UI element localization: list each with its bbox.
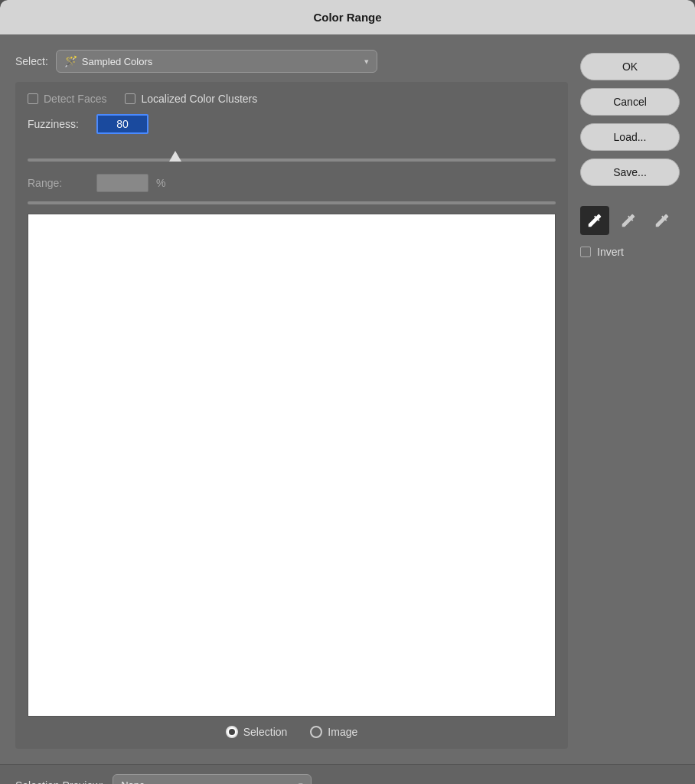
selection-preview-dropdown[interactable]: None ▾ (113, 774, 312, 784)
localized-color-clusters-checkbox[interactable] (125, 93, 135, 104)
load-button[interactable]: Load... (580, 123, 680, 151)
range-slider-track[interactable] (28, 201, 556, 204)
range-label: Range: (28, 177, 89, 189)
eyedropper-tools: + − (580, 206, 680, 235)
eyedropper-small-icon: 🪄 (64, 55, 77, 67)
preview-chevron-down-icon: ▾ (299, 780, 303, 784)
percent-symbol: % (156, 177, 165, 189)
preview-area (28, 214, 556, 717)
chevron-down-icon: ▾ (364, 57, 369, 67)
selection-preview-label: Selection Preview: (15, 779, 103, 784)
detect-faces-item: Detect Faces (28, 93, 106, 105)
svg-text:−: − (664, 214, 667, 220)
dialog-title: Color Range (15, 11, 680, 24)
fuzziness-row: Fuzziness: (28, 114, 556, 134)
range-input[interactable] (96, 174, 148, 192)
ok-button[interactable]: OK (580, 53, 680, 80)
fuzziness-slider-track[interactable] (28, 158, 556, 162)
eyedropper-subtract-icon: − (654, 212, 671, 229)
color-range-dialog: Color Range Select: 🪄 Sampled Colors ▾ (0, 0, 695, 784)
cancel-button[interactable]: Cancel (580, 88, 680, 116)
fuzziness-input[interactable] (96, 114, 148, 134)
detect-faces-label: Detect Faces (44, 93, 106, 105)
selection-radio-inner (229, 729, 235, 735)
select-row: Select: 🪄 Sampled Colors ▾ (15, 50, 568, 73)
selection-radio-label: Selection (243, 726, 288, 738)
invert-label: Invert (597, 246, 624, 258)
save-button[interactable]: Save... (580, 158, 680, 186)
selection-radio-item[interactable]: Selection (226, 726, 288, 738)
selection-preview-value: None (121, 779, 145, 784)
invert-checkbox[interactable] (580, 247, 591, 257)
localized-color-clusters-label: Localized Color Clusters (141, 93, 257, 105)
selection-radio[interactable] (226, 726, 238, 738)
fuzziness-slider-container (28, 143, 556, 165)
radio-row: Selection Image (28, 726, 556, 738)
fuzziness-slider-thumb[interactable] (169, 151, 181, 162)
fuzziness-label: Fuzziness: (28, 118, 89, 130)
localized-color-clusters-item: Localized Color Clusters (125, 93, 257, 105)
title-bar: Color Range (0, 0, 695, 34)
select-dropdown-inner: 🪄 Sampled Colors (64, 55, 153, 67)
range-row: Range: % (28, 174, 556, 192)
bottom-bar: Selection Preview: None ▾ (0, 764, 695, 784)
image-radio-item[interactable]: Image (310, 726, 357, 738)
invert-row: Invert (580, 246, 680, 258)
right-panel: OK Cancel Load... Save... + (580, 50, 680, 749)
svg-text:+: + (630, 214, 633, 220)
eyedropper-sample-button[interactable] (580, 206, 609, 235)
detect-faces-checkbox[interactable] (28, 93, 38, 104)
eyedropper-sample-icon (586, 212, 603, 229)
dialog-body: Select: 🪄 Sampled Colors ▾ Detect Faces (0, 34, 695, 764)
checkboxes-row: Detect Faces Localized Color Clusters (28, 93, 556, 105)
left-panel: Select: 🪄 Sampled Colors ▾ Detect Faces (15, 50, 568, 749)
eyedropper-add-button[interactable]: + (614, 206, 643, 235)
select-value: Sampled Colors (82, 56, 153, 67)
select-label: Select: (15, 55, 48, 67)
eyedropper-add-icon: + (620, 212, 637, 229)
main-content: Detect Faces Localized Color Clusters Fu… (15, 82, 568, 749)
image-radio-label: Image (328, 726, 357, 738)
eyedropper-subtract-button[interactable]: − (648, 206, 677, 235)
image-radio[interactable] (310, 726, 322, 738)
select-dropdown[interactable]: 🪄 Sampled Colors ▾ (56, 50, 377, 73)
